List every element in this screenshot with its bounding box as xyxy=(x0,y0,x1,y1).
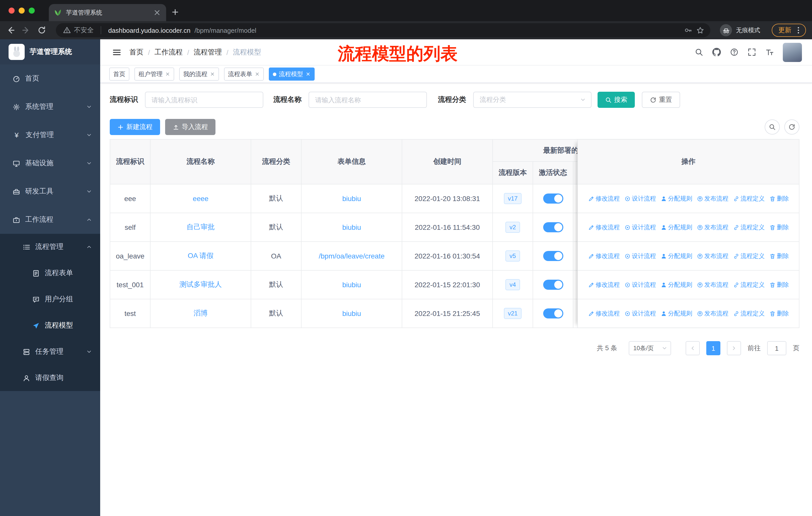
collapse-sidebar-icon[interactable] xyxy=(112,48,121,57)
tag-my-process[interactable]: 我的流程 xyxy=(179,67,219,81)
assign-rule-link[interactable]: 分配规则 xyxy=(661,309,692,318)
goto-page-input[interactable] xyxy=(767,341,786,355)
delete-link[interactable]: 删除 xyxy=(769,223,789,232)
delete-link[interactable]: 删除 xyxy=(769,252,789,260)
reset-button[interactable]: 重置 xyxy=(642,92,680,108)
process-name-link[interactable]: eeee xyxy=(193,194,208,202)
sidebar-item-process-form[interactable]: 流程表单 xyxy=(0,260,100,286)
sidebar-item-infrastructure[interactable]: 基础设施 xyxy=(0,149,100,178)
delete-link[interactable]: 删除 xyxy=(769,280,789,289)
process-definition-link[interactable]: 流程定义 xyxy=(733,223,765,232)
status-toggle[interactable] xyxy=(543,251,563,261)
create-process-button[interactable]: 新建流程 xyxy=(110,119,160,135)
design-process-link[interactable]: 设计流程 xyxy=(624,194,656,203)
form-info-link[interactable]: biubiu xyxy=(342,194,361,202)
process-name-input[interactable] xyxy=(309,92,427,108)
design-process-link[interactable]: 设计流程 xyxy=(624,252,656,260)
design-process-link[interactable]: 设计流程 xyxy=(624,309,656,318)
toggle-search-button[interactable] xyxy=(765,119,780,135)
publish-process-link[interactable]: 发布流程 xyxy=(697,194,728,203)
status-toggle[interactable] xyxy=(543,222,563,232)
process-definition-link[interactable]: 流程定义 xyxy=(733,309,765,318)
sidebar-item-user-group[interactable]: 用户分组 xyxy=(0,286,100,313)
avatar[interactable] xyxy=(783,43,802,62)
form-info-link[interactable]: /bpm/oa/leave/create xyxy=(319,252,385,260)
reload-icon[interactable] xyxy=(37,26,46,35)
close-icon[interactable] xyxy=(255,72,260,77)
font-size-icon[interactable] xyxy=(765,48,774,56)
process-key-input[interactable] xyxy=(145,92,263,108)
address-bar[interactable]: 不安全 dashboard.yudao.iocoder.cn /bpm/mana… xyxy=(56,23,710,37)
tag-home[interactable]: 首页 xyxy=(109,67,129,81)
page-size-select[interactable]: 10条/页 xyxy=(629,341,671,355)
browser-menu-icon[interactable] xyxy=(794,26,803,34)
tab-close-icon[interactable] xyxy=(153,8,161,17)
sidebar-item-leave-query[interactable]: 请假查询 xyxy=(0,365,100,391)
search-button[interactable]: 搜索 xyxy=(598,92,635,108)
design-process-link[interactable]: 设计流程 xyxy=(624,280,656,289)
modify-process-link[interactable]: 修改流程 xyxy=(588,309,620,318)
minimize-window-button[interactable] xyxy=(19,7,25,13)
delete-link[interactable]: 删除 xyxy=(769,309,789,318)
security-indicator[interactable]: 不安全 xyxy=(63,26,94,35)
delete-link[interactable]: 删除 xyxy=(769,194,789,203)
browser-update-chip[interactable]: 更新 xyxy=(772,24,806,37)
assign-rule-link[interactable]: 分配规则 xyxy=(661,252,692,260)
process-name-link[interactable]: 测试多审批人 xyxy=(179,280,222,289)
breadcrumb-item[interactable]: 流程管理 xyxy=(194,48,222,57)
publish-process-link[interactable]: 发布流程 xyxy=(697,223,728,232)
import-process-button[interactable]: 导入流程 xyxy=(165,119,215,135)
modify-process-link[interactable]: 修改流程 xyxy=(588,194,620,203)
assign-rule-link[interactable]: 分配规则 xyxy=(661,280,692,289)
form-info-link[interactable]: biubiu xyxy=(342,281,361,289)
form-info-link[interactable]: biubiu xyxy=(342,223,361,231)
sidebar-item-dev-tools[interactable]: 研发工具 xyxy=(0,178,100,206)
refresh-table-button[interactable] xyxy=(784,119,800,135)
process-definition-link[interactable]: 流程定义 xyxy=(733,252,765,260)
breadcrumb-item[interactable]: 首页 xyxy=(129,48,143,57)
process-name-link[interactable]: OA 请假 xyxy=(188,251,214,261)
assign-rule-link[interactable]: 分配规则 xyxy=(661,194,692,203)
process-name-link[interactable]: 滔博 xyxy=(194,309,208,318)
status-toggle[interactable] xyxy=(543,308,563,319)
publish-process-link[interactable]: 发布流程 xyxy=(697,252,728,260)
new-tab-button[interactable] xyxy=(171,5,184,19)
zoom-window-button[interactable] xyxy=(29,7,35,13)
breadcrumb-item[interactable]: 工作流程 xyxy=(154,48,183,57)
help-icon[interactable] xyxy=(730,48,738,56)
tag-process-form[interactable]: 流程表单 xyxy=(224,67,264,81)
process-definition-link[interactable]: 流程定义 xyxy=(733,280,765,289)
browser-tab[interactable]: 芋道管理系统 xyxy=(49,4,166,21)
next-page-button[interactable] xyxy=(727,341,741,355)
close-window-button[interactable] xyxy=(8,7,14,13)
fullscreen-icon[interactable] xyxy=(748,48,756,56)
process-category-select[interactable]: 流程分类 xyxy=(473,92,591,108)
key-icon[interactable] xyxy=(684,26,692,34)
close-icon[interactable] xyxy=(306,72,311,77)
current-page[interactable]: 1 xyxy=(706,341,720,355)
form-info-link[interactable]: biubiu xyxy=(342,309,361,318)
status-toggle[interactable] xyxy=(543,280,563,290)
modify-process-link[interactable]: 修改流程 xyxy=(588,280,620,289)
sidebar-item-payment-management[interactable]: ¥ 支付管理 xyxy=(0,121,100,149)
publish-process-link[interactable]: 发布流程 xyxy=(697,280,728,289)
sidebar-item-workflow[interactable]: 工作流程 xyxy=(0,206,100,234)
modify-process-link[interactable]: 修改流程 xyxy=(588,223,620,232)
design-process-link[interactable]: 设计流程 xyxy=(624,223,656,232)
back-icon[interactable] xyxy=(6,26,15,35)
tag-tenant-management[interactable]: 租户管理 xyxy=(135,67,174,81)
prev-page-button[interactable] xyxy=(686,341,700,355)
process-name-link[interactable]: 自己审批 xyxy=(186,223,215,232)
process-definition-link[interactable]: 流程定义 xyxy=(733,194,765,203)
github-icon[interactable] xyxy=(712,48,721,56)
close-icon[interactable] xyxy=(165,72,170,77)
sidebar-item-home[interactable]: 首页 xyxy=(0,64,100,93)
forward-icon[interactable] xyxy=(22,26,31,35)
close-icon[interactable] xyxy=(210,72,215,77)
sidebar-item-process-model[interactable]: 流程模型 xyxy=(0,313,100,338)
publish-process-link[interactable]: 发布流程 xyxy=(697,309,728,318)
search-icon[interactable] xyxy=(695,48,703,56)
sidebar-item-task-management[interactable]: 任务管理 xyxy=(0,338,100,365)
sidebar-item-process-management[interactable]: 流程管理 xyxy=(0,234,100,260)
sidebar-item-system-management[interactable]: 系统管理 xyxy=(0,93,100,121)
